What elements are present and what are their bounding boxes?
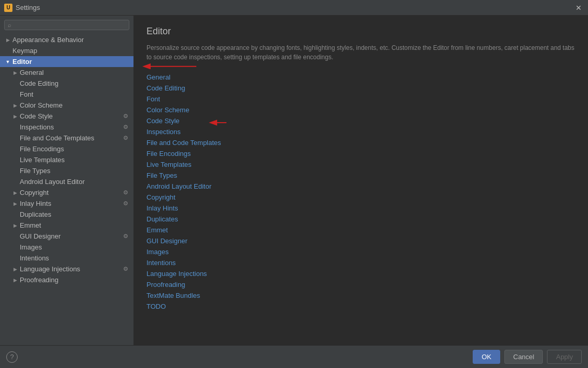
sidebar-item-label: GUI Designer [20, 232, 122, 240]
panel-link-gui-designer[interactable]: GUI Designer [146, 236, 576, 246]
sidebar-item-label: File and Code Templates [20, 134, 122, 142]
sidebar-item-label: Inlay Hints [20, 200, 122, 207]
sidebar-item-font[interactable]: Font [0, 89, 133, 100]
arrow-icon: ▶ [11, 114, 19, 119]
sidebar-item-proofreading[interactable]: ▶Proofreading [0, 274, 133, 285]
search-icon: ⌕ [8, 22, 11, 28]
sidebar-item-label: Emmet [20, 221, 129, 229]
gear-icon: ⚙ [122, 135, 129, 142]
search-input[interactable] [14, 21, 126, 29]
sidebar-item-intentions[interactable]: Intentions [0, 253, 133, 264]
bottom-bar: ? OK Cancel Apply [0, 345, 588, 368]
sidebar-item-language-injections[interactable]: ▶Language Injections⚙ [0, 264, 133, 274]
panel-content: Editor Personalize source code appearanc… [134, 16, 588, 345]
sidebar-item-label: Images [20, 243, 129, 251]
sidebar-item-code-editing[interactable]: Code Editing [0, 78, 133, 89]
sidebar-item-label: Inspections [20, 123, 122, 131]
panel-link-live-templates[interactable]: Live Templates [146, 160, 576, 169]
sidebar-item-file-encodings[interactable]: File Encodings [0, 143, 133, 154]
sidebar-item-gui-designer[interactable]: GUI Designer⚙ [0, 231, 133, 242]
arrow-icon: ▶ [11, 103, 19, 108]
panel-link-code-style[interactable]: Code Style [146, 116, 576, 126]
sidebar-item-label: Copyright [20, 189, 122, 196]
sidebar-item-file-types[interactable]: File Types [0, 165, 133, 176]
panel-link-code-editing[interactable]: Code Editing [146, 83, 576, 93]
panel-link-images[interactable]: Images [146, 247, 576, 257]
close-button[interactable]: ✕ [573, 3, 584, 13]
gear-icon: ⚙ [122, 233, 129, 240]
sidebar-item-images[interactable]: Images [0, 242, 133, 253]
sidebar-item-label: Proofreading [20, 276, 129, 284]
panel-link-android-layout-editor[interactable]: Android Layout Editor [146, 181, 576, 191]
panel-link-proofreading[interactable]: Proofreading [146, 280, 576, 290]
sidebar: ⌕ ▶Appearance & BehaviorKeymap▼Editor▶Ge… [0, 16, 134, 345]
panel-description: Personalize source code appearance by ch… [146, 43, 576, 62]
sidebar-item-general[interactable]: ▶General [0, 67, 133, 78]
sidebar-item-live-templates[interactable]: Live Templates [0, 154, 133, 165]
window-title: Settings [16, 4, 40, 11]
arrow-icon: ▶ [11, 201, 19, 206]
title-bar-left: U Settings [4, 4, 40, 12]
gear-icon: ⚙ [122, 113, 129, 120]
panel-wrapper: Editor Personalize source code appearanc… [134, 16, 588, 345]
sidebar-item-label: General [20, 69, 129, 76]
sidebar-item-keymap[interactable]: Keymap [0, 45, 133, 56]
panel-link-duplicates[interactable]: Duplicates [146, 214, 576, 224]
panel-link-emmet[interactable]: Emmet [146, 225, 576, 235]
sidebar-item-label: Language Injections [20, 265, 122, 273]
sidebar-item-inspections[interactable]: Inspections⚙ [0, 122, 133, 133]
arrow-icon: ▶ [11, 70, 19, 75]
sidebar-item-label: Appearance & Behavior [12, 36, 129, 44]
sidebar-item-appearance[interactable]: ▶Appearance & Behavior [0, 34, 133, 45]
main-content: ⌕ ▶Appearance & BehaviorKeymap▼Editor▶Ge… [0, 16, 588, 345]
apply-button[interactable]: Apply [547, 350, 582, 364]
title-bar: U Settings ✕ [0, 0, 588, 16]
sidebar-item-label: Font [20, 90, 129, 98]
search-wrap[interactable]: ⌕ [4, 20, 129, 30]
sidebar-item-label: Duplicates [20, 211, 129, 218]
sidebar-item-emmet[interactable]: ▶Emmet [0, 220, 133, 231]
cancel-button[interactable]: Cancel [504, 350, 543, 364]
panel-link-color-scheme[interactable]: Color Scheme [146, 105, 576, 115]
ok-button[interactable]: OK [473, 350, 500, 364]
arrow-icon: ▼ [4, 59, 11, 64]
panel-link-copyright[interactable]: Copyright [146, 192, 576, 202]
panel-link-textmate-bundles[interactable]: TextMate Bundles [146, 291, 576, 300]
panel-link-file-and-code-templates[interactable]: File and Code Templates [146, 138, 576, 148]
gear-icon: ⚙ [122, 189, 129, 196]
arrow-icon: ▶ [4, 37, 11, 43]
sidebar-item-label: Live Templates [20, 156, 129, 164]
sidebar-item-code-style[interactable]: ▶Code Style⚙ [0, 111, 133, 122]
sidebar-item-color-scheme[interactable]: ▶Color Scheme [0, 100, 133, 111]
sidebar-item-file-code-templates[interactable]: File and Code Templates⚙ [0, 133, 133, 143]
sidebar-item-android-layout[interactable]: Android Layout Editor [0, 176, 133, 187]
arrow-icon: ▶ [11, 223, 19, 228]
sidebar-item-inlay-hints[interactable]: ▶Inlay Hints⚙ [0, 198, 133, 209]
panel-link-language-injections[interactable]: Language Injections [146, 269, 576, 279]
arrow-icon: ▶ [11, 267, 19, 272]
right-panel: Editor Personalize source code appearanc… [134, 16, 588, 345]
action-buttons: OK Cancel Apply [473, 350, 582, 364]
sidebar-item-copyright[interactable]: ▶Copyright⚙ [0, 187, 133, 198]
sidebar-item-label: Color Scheme [20, 101, 129, 109]
gear-icon: ⚙ [122, 266, 129, 273]
panel-link-font[interactable]: Font [146, 94, 576, 104]
sidebar-tree: ▶Appearance & BehaviorKeymap▼Editor▶Gene… [0, 34, 133, 345]
sidebar-item-duplicates[interactable]: Duplicates [0, 209, 133, 220]
link-list: GeneralCode EditingFontColor SchemeCode … [146, 72, 576, 311]
sidebar-item-label: Code Style [20, 112, 122, 120]
panel-link-general[interactable]: General [146, 72, 576, 82]
panel-link-file-encodings[interactable]: File Encodings [146, 149, 576, 159]
sidebar-item-label: Intentions [20, 254, 129, 262]
sidebar-item-editor[interactable]: ▼Editor [0, 56, 133, 67]
panel-link-intentions[interactable]: Intentions [146, 258, 576, 268]
app-icon: U [4, 4, 12, 12]
panel-link-todo[interactable]: TODO [146, 301, 576, 311]
sidebar-item-label: Code Editing [20, 80, 129, 87]
gear-icon: ⚙ [122, 200, 129, 207]
sidebar-item-label: File Encodings [20, 145, 129, 153]
panel-link-inlay-hints[interactable]: Inlay Hints [146, 203, 576, 213]
help-button[interactable]: ? [6, 351, 18, 363]
panel-link-file-types[interactable]: File Types [146, 170, 576, 180]
panel-link-inspections[interactable]: Inspections [146, 127, 576, 137]
